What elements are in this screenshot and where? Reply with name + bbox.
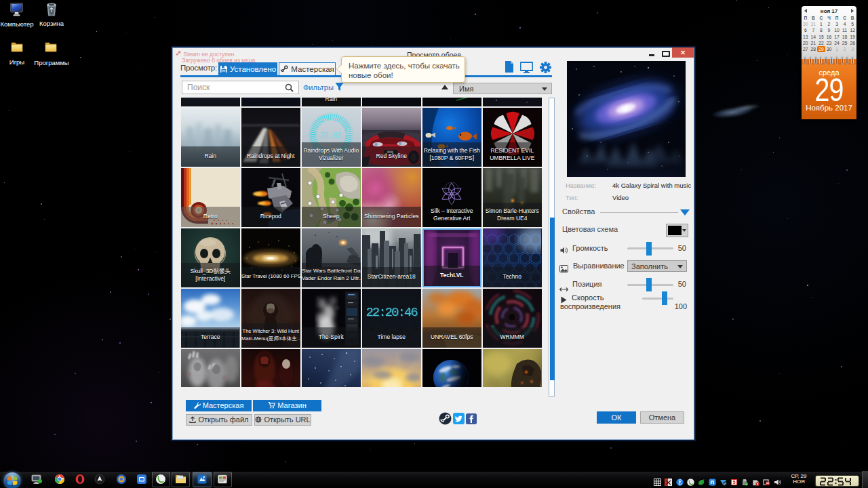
svg-text:20 : 02: 20 : 02 [321, 131, 342, 139]
svg-text:5: 5 [732, 479, 735, 485]
svg-text:22:20:46: 22:20:46 [366, 306, 418, 321]
